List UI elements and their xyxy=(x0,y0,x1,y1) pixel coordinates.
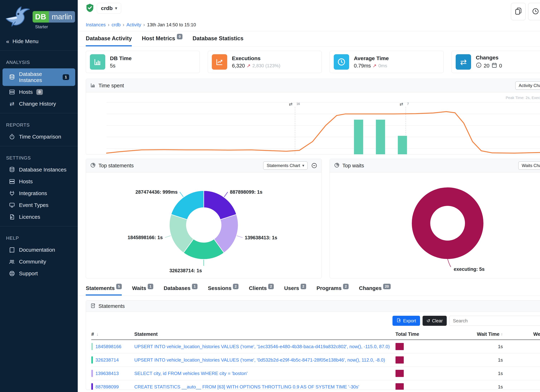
tab-clients[interactable]: Clients 2 xyxy=(249,285,274,296)
statement-color-chip xyxy=(91,343,93,350)
breadcrumb-link-activity[interactable]: Activity xyxy=(126,22,141,28)
card-delta: 0ms xyxy=(378,63,387,69)
tab-label: Database Statistics xyxy=(192,35,243,43)
brand-db: DB xyxy=(33,11,49,23)
topbar: crdb ▾ Custom 13th Jan xyxy=(78,0,540,20)
svg-text:287474436: 999ms: 287474436: 999ms xyxy=(135,189,178,195)
col-header-id[interactable]: # xyxy=(91,332,94,337)
card-average-time: Average Time 0.79ms ↗ 0ms xyxy=(330,51,444,73)
sidebar-item-licences[interactable]: Licences xyxy=(3,211,75,223)
card-title: Average Time xyxy=(354,55,389,61)
waits-chart-selector[interactable]: Waits Chart ▾ xyxy=(518,161,540,170)
card-title: Changes xyxy=(476,55,502,61)
sidebar-item-database-instances[interactable]: Database Instances 1 xyxy=(3,68,75,86)
breadcrumb-link-crdb[interactable]: crdb xyxy=(111,22,121,28)
svg-text:1845898166: 1s: 1845898166: 1s xyxy=(128,235,163,240)
tab-sessions[interactable]: Sessions 2 xyxy=(208,285,239,296)
clear-button[interactable]: ↺ Clear xyxy=(423,316,447,326)
statement-id-link[interactable]: 326238714 xyxy=(95,357,119,363)
sidebar-item-hosts[interactable]: Hosts 0 xyxy=(3,86,75,98)
tab-database-statistics[interactable]: Database Statistics xyxy=(192,35,243,46)
clock-icon xyxy=(532,8,539,15)
tab-users[interactable]: Users 2 xyxy=(284,285,306,296)
svg-text:executing: 5s: executing: 5s xyxy=(454,267,485,272)
tab-database-activity[interactable]: Database Activity xyxy=(86,35,132,46)
hide-menu-button[interactable]: « Hide Menu xyxy=(0,34,78,49)
breadcrumb-link-instances[interactable]: Instances xyxy=(86,22,106,28)
tab-databases[interactable]: Databases 1 xyxy=(164,285,197,296)
chart-icon xyxy=(90,83,96,89)
svg-text:139638413: 1s: 139638413: 1s xyxy=(245,235,277,240)
section-title-analysis: ANALYSIS xyxy=(0,57,78,68)
card-value: 0.79ms xyxy=(354,63,371,69)
main-tabs: Database Activity Host Metrics 0 Databas… xyxy=(78,31,540,47)
statement-sql-link[interactable]: UPSERT INTO vehicle_location_histories V… xyxy=(134,357,385,363)
time-range-button[interactable]: Custom 13th Jan xyxy=(528,3,540,20)
copy-link-button[interactable] xyxy=(511,3,526,20)
collapse-panel-icon[interactable] xyxy=(311,163,317,169)
svg-text:⇄: ⇄ xyxy=(400,102,403,106)
sidebar-item-change-history[interactable]: ⇄ Change History xyxy=(3,98,75,109)
breadcrumb: Instances › crdb › Activity › 13th Jan 1… xyxy=(78,20,540,31)
database-icon xyxy=(9,167,15,173)
svg-text:7: 7 xyxy=(407,102,409,106)
sidebar-item-community[interactable]: Community xyxy=(3,256,75,268)
divider xyxy=(0,50,78,51)
col-header-statement[interactable]: Statement xyxy=(134,332,395,337)
tab-waits[interactable]: Waits 1 xyxy=(132,285,153,296)
statement-sql-link[interactable]: CREATE STATISTICS __auto__ FROM [63] WIT… xyxy=(134,384,359,389)
search-input[interactable] xyxy=(449,316,540,326)
tab-count-badge: 20 xyxy=(383,284,391,289)
statement-color-chip xyxy=(91,370,93,377)
weight-value: 20% xyxy=(503,384,540,390)
info-circle-icon xyxy=(476,62,482,69)
statement-id-link[interactable]: 887898099 xyxy=(95,384,119,390)
sidebar-item-label: Hosts xyxy=(19,179,33,184)
statements-table: # ↓ Statement Total Time Wait Time ↑ Wei… xyxy=(86,329,540,390)
card-changes: ⇄ Changes 20 0 xyxy=(452,51,540,73)
section-title-settings: SETTINGS xyxy=(0,152,78,164)
tab-label: Programs xyxy=(317,285,342,292)
tab-count-badge: 2 xyxy=(301,284,306,289)
peak-annotation: Peak Time: 2s, Executions: 837 xyxy=(506,96,540,100)
card-delta: 2,830 (123%) xyxy=(252,63,280,69)
sidebar-item-time-comparison[interactable]: Time Comparison xyxy=(3,131,75,143)
statement-sql-link[interactable]: UPSERT INTO vehicle_location_histories V… xyxy=(134,344,390,349)
tab-changes[interactable]: Changes 20 xyxy=(359,285,391,296)
statement-color-chip xyxy=(91,356,93,363)
statement-id-link[interactable]: 139638413 xyxy=(95,371,119,376)
swap-arrows-icon: ⇄ xyxy=(9,101,15,107)
time-spent-chart[interactable]: Peak Time: 2s, Executions: 837 ⇄16⇄714:5… xyxy=(86,92,540,154)
export-button[interactable]: Export xyxy=(392,316,420,326)
statements-chart-selector[interactable]: Statements Chart ▾ xyxy=(263,161,308,170)
metric-cards: DB Time 5s Executions 6,320 ↗ 2,830 (123… xyxy=(78,47,540,77)
dbmarlin-logo[interactable]: DB marlin Starter xyxy=(0,0,78,34)
sidebar-item-settings-hosts[interactable]: Hosts xyxy=(3,176,75,187)
activity-chart-selector[interactable]: Activity Chart ▾ xyxy=(515,81,540,90)
tab-host-metrics[interactable]: Host Metrics 0 xyxy=(142,35,182,46)
weight-value: 20% xyxy=(503,371,540,376)
sidebar-item-documentation[interactable]: Documentation xyxy=(3,244,75,256)
changes-event-count: 0 xyxy=(499,63,502,69)
instance-selector[interactable]: crdb ▾ xyxy=(97,3,121,14)
total-time-bar xyxy=(395,383,404,390)
tab-programs[interactable]: Programs 2 xyxy=(317,285,349,296)
top-statements-chart[interactable]: 887898099: 1s139638413: 1s326238714: 1s1… xyxy=(86,172,322,278)
statement-id-link[interactable]: 1845898166 xyxy=(95,344,121,349)
main-content: crdb ▾ Custom 13th Jan Instances xyxy=(78,0,540,392)
wait-time-value: 1s xyxy=(426,371,503,376)
card-value: 6,320 xyxy=(232,63,245,69)
tab-statements[interactable]: Statements 5 xyxy=(86,285,122,296)
col-header-wait-time[interactable]: Wait Time xyxy=(477,332,499,337)
sidebar-item-support[interactable]: Support xyxy=(3,268,75,279)
card-title: Executions xyxy=(232,55,280,61)
col-header-weight[interactable]: Weight % xyxy=(533,332,540,337)
changes-info-count: 20 xyxy=(484,63,489,69)
sidebar-item-settings-database-instances[interactable]: Database Instances xyxy=(3,164,75,175)
instance-name: crdb xyxy=(101,5,113,11)
col-header-total-time[interactable]: Total Time xyxy=(395,332,426,337)
statement-sql-link[interactable]: SELECT city, id FROM vehicles WHERE city… xyxy=(134,371,247,376)
sidebar-item-integrations[interactable]: Integrations xyxy=(3,188,75,199)
top-waits-chart[interactable]: executing: 5s xyxy=(330,172,540,278)
sidebar-item-event-types[interactable]: Event Types xyxy=(3,199,75,211)
